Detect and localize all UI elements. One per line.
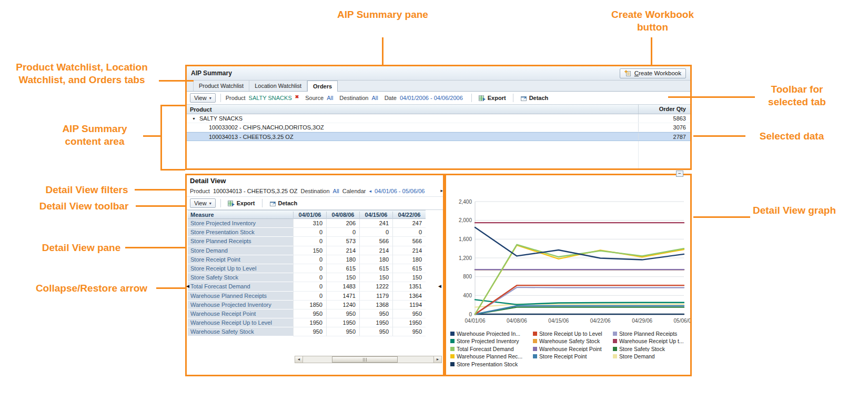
measure-column-header[interactable]: Measure [188, 212, 293, 218]
calendar-prev-icon[interactable]: ◂ [369, 188, 371, 194]
aip-table-row[interactable]: ▼SALTY SNACKS5863 [187, 114, 690, 123]
value-cell: 615 [392, 264, 426, 273]
remove-filter-icon[interactable]: ✖ [295, 94, 299, 99]
y-axis-tick-label: 0 [469, 312, 472, 317]
value-cell: 180 [359, 255, 392, 264]
callout-line-tabs [159, 80, 194, 82]
value-cell: 566 [392, 237, 426, 246]
detail-table-row: Store Demand150214214214 [188, 246, 426, 255]
legend-swatch [450, 347, 455, 351]
dv-export-label: Export [237, 200, 255, 206]
measure-cell[interactable]: Store Receipt Up to Level [188, 264, 293, 273]
scroll-left-button[interactable]: ◄ [295, 356, 303, 363]
dv-view-menu-button[interactable]: View ▾ [190, 198, 216, 208]
scrollbar-track[interactable] [303, 356, 433, 363]
dv-destination-value[interactable]: All [333, 188, 339, 194]
scroll-right-button[interactable]: ► [433, 356, 441, 363]
value-cell: 180 [326, 255, 359, 264]
measure-cell[interactable]: Store Receipt Point [188, 255, 293, 264]
collapse-restore-arrow-left-icon[interactable]: ◄ [185, 283, 190, 289]
value-cell: 1471 [326, 292, 359, 301]
legend-item: Store Receipt Up to Level [533, 331, 613, 336]
expand-collapse-icon[interactable]: ▼ [192, 117, 197, 121]
measure-cell[interactable]: Store Projected Inventory [188, 219, 293, 228]
measure-cell[interactable]: Store Demand [188, 246, 293, 255]
measure-cell[interactable]: Warehouse Receipt Point [188, 309, 293, 318]
tab-orders[interactable]: Orders [307, 81, 338, 92]
date-filter-label: Date [385, 95, 397, 101]
detail-table-row: Warehouse Planned Receipts0147111791364 [188, 292, 426, 301]
callout-line-content-area [143, 135, 162, 137]
aip-table-body: ▼SALTY SNACKS5863100033002 - CHIPS,NACHO… [187, 114, 690, 141]
date-column-header[interactable]: 04/08/06 [326, 212, 359, 218]
date-column-header[interactable]: 04/01/06 [293, 212, 326, 218]
measure-cell[interactable]: Store Planned Receipts [188, 237, 293, 246]
value-cell: 0 [293, 237, 326, 246]
view-menu-label: View [194, 95, 207, 101]
value-cell: 1483 [326, 282, 359, 291]
order-qty-column-header[interactable]: Order Qty [638, 105, 690, 114]
aip-table-row[interactable]: 100033002 - CHIPS,NACHO,DORITOS,3OZ3076 [187, 123, 690, 132]
x-axis-tick-label: 04/01/06 [465, 318, 486, 324]
legend-label: Warehouse Projected In... [457, 331, 520, 336]
annotation-content-area: AIP Summary content area [45, 123, 145, 148]
product-column-header[interactable]: Product [187, 106, 638, 113]
product-filter-value[interactable]: SALTY SNACKS [249, 95, 292, 101]
value-cell: 0 [293, 273, 326, 282]
value-cell: 0 [293, 282, 326, 291]
measure-cell[interactable]: Warehouse Projected Inventory [188, 301, 293, 309]
minimize-button[interactable]: − [676, 171, 683, 177]
measure-cell[interactable]: Store Safety Stock [188, 273, 293, 282]
scrollbar-thumb[interactable] [332, 356, 398, 363]
x-axis-tick-label: 04/22/06 [590, 318, 611, 324]
legend-swatch [533, 347, 537, 351]
measure-cell[interactable]: Total Forecast Demand [188, 282, 293, 291]
collapse-restore-arrow-right-icon[interactable]: ◄ [437, 283, 442, 289]
date-column-header[interactable]: 04/15/06 [359, 212, 392, 218]
measure-cell[interactable]: Warehouse Receipt Up to Level [188, 318, 293, 327]
tab-product-watchlist[interactable]: Product Watchlist [193, 81, 249, 91]
dv-detach-label: Detach [278, 200, 298, 206]
calendar-next-icon[interactable]: ▸ [440, 188, 443, 193]
value-cell: 950 [359, 309, 392, 318]
dv-export-button[interactable]: Export [226, 199, 257, 207]
detach-button[interactable]: Detach [518, 94, 551, 102]
create-workbook-button[interactable]: Create Workbook [620, 68, 686, 78]
detail-view-graph-pane: − 04008001,2001,6002,0002,40004/01/0604/… [445, 174, 692, 376]
annotation-toolbar: Toolbar for selected tab [758, 83, 836, 109]
legend-label: Warehouse Planned Rec... [457, 354, 522, 359]
date-filter-value[interactable]: 04/01/2006 - 04/06/2006 [400, 95, 463, 101]
annotation-create-workbook-button: Create Workbook button [604, 8, 701, 34]
measure-cell[interactable]: Warehouse Safety Stock [188, 327, 293, 336]
product-cell: 100033002 - CHIPS,NACHO,DORITOS,3OZ [187, 123, 638, 132]
tab-location-watchlist[interactable]: Location Watchlist [249, 81, 307, 91]
source-filter-value[interactable]: All [327, 95, 333, 101]
dv-calendar-value[interactable]: 04/01/06 - 05/06/06 [375, 188, 425, 194]
graph-legend: Warehouse Projected In...Store Receipt U… [450, 331, 687, 367]
value-cell: 1351 [392, 282, 426, 291]
value-cell: 150 [359, 273, 392, 282]
page: AIP Summary pane Create Workbook button … [0, 0, 868, 400]
view-menu-button[interactable]: View ▾ [190, 93, 216, 103]
measure-cell[interactable]: Warehouse Planned Receipts [188, 292, 293, 301]
dv-detach-button[interactable]: Detach [267, 199, 300, 207]
callout-line-detail-filters [135, 189, 185, 191]
export-button[interactable]: Export [477, 94, 508, 102]
value-cell: 1179 [359, 292, 392, 301]
x-axis-tick-label: 04/15/06 [548, 318, 569, 324]
legend-label: Total Forecast Demand [457, 346, 514, 352]
callout-line-collapse-arrow [156, 287, 185, 289]
date-column-header[interactable]: 04/22/06 [392, 212, 426, 218]
horizontal-scrollbar[interactable]: ◄ ► [295, 356, 442, 363]
value-cell: 950 [293, 327, 326, 336]
measure-cell[interactable]: Store Presentation Stock [188, 228, 293, 237]
annotation-aip-summary-pane: AIP Summary pane [337, 8, 429, 21]
destination-filter-value[interactable]: All [371, 95, 378, 101]
detail-view-filters: Product 100034013 - CHEETOS,3.25 OZ Dest… [187, 186, 443, 196]
value-cell: 214 [359, 246, 392, 255]
legend-swatch [613, 339, 617, 343]
source-filter-label: Source [305, 95, 324, 101]
series-store-planned-receipts [475, 287, 684, 314]
annotation-selected-data: Selected data [747, 130, 836, 143]
aip-table-row[interactable]: 100034013 - CHEETOS,3.25 OZ2787 [187, 132, 690, 141]
